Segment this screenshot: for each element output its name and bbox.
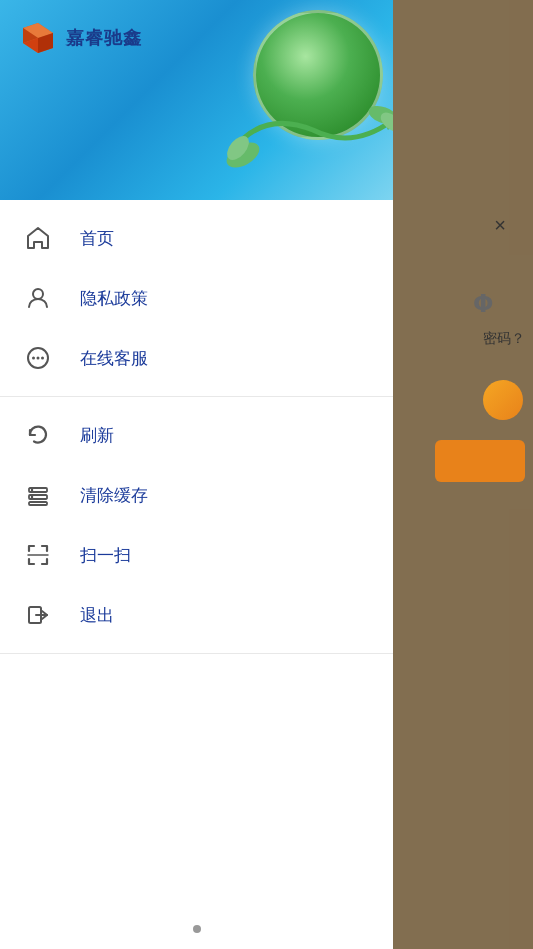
svg-point-11: [32, 357, 35, 360]
bottom-indicator: [0, 909, 393, 949]
menu-item-refresh[interactable]: 刷新: [0, 405, 393, 465]
svg-point-12: [37, 357, 40, 360]
drawer-header: 嘉睿驰鑫: [0, 0, 393, 200]
password-hint: 密码？: [483, 330, 525, 348]
eye-icon: 𝝫: [473, 290, 493, 318]
scan-icon: [24, 541, 52, 569]
refresh-icon: [24, 421, 52, 449]
globe-decoration: [223, 0, 393, 170]
chat-icon: [24, 344, 52, 372]
menu-item-home[interactable]: 首页: [0, 208, 393, 268]
drawer-menu: 首页 隐私政策: [0, 200, 393, 909]
menu-label-service: 在线客服: [80, 347, 148, 370]
logout-icon: [24, 601, 52, 629]
user-icon: [24, 284, 52, 312]
right-panel: × 𝝫 密码？: [393, 0, 533, 949]
cache-icon: [24, 481, 52, 509]
orange-circle-decoration: [483, 380, 523, 420]
home-icon: [24, 224, 52, 252]
svg-point-9: [33, 289, 43, 299]
svg-rect-16: [29, 502, 47, 505]
close-button[interactable]: ×: [485, 210, 515, 240]
page-dot: [193, 925, 201, 933]
menu-label-refresh: 刷新: [80, 424, 114, 447]
menu-item-scan[interactable]: 扫一扫: [0, 525, 393, 585]
menu-item-clear-cache[interactable]: 清除缓存: [0, 465, 393, 525]
menu-label-logout: 退出: [80, 604, 114, 627]
orange-button[interactable]: [435, 440, 525, 482]
menu-label-home: 首页: [80, 227, 114, 250]
menu-section-1: 首页 隐私政策: [0, 200, 393, 397]
menu-item-logout[interactable]: 退出: [0, 585, 393, 645]
app-logo-icon: [18, 18, 58, 58]
menu-item-service[interactable]: 在线客服: [0, 328, 393, 388]
svg-point-13: [41, 357, 44, 360]
menu-label-scan: 扫一扫: [80, 544, 131, 567]
header-logo: 嘉睿驰鑫: [18, 18, 142, 58]
arrow-decoration: [223, 100, 393, 170]
menu-section-2: 刷新 清除缓存: [0, 397, 393, 654]
brand-name: 嘉睿驰鑫: [66, 26, 142, 50]
menu-label-clear-cache: 清除缓存: [80, 484, 148, 507]
side-drawer: 嘉睿驰鑫: [0, 0, 393, 949]
menu-item-privacy[interactable]: 隐私政策: [0, 268, 393, 328]
menu-label-privacy: 隐私政策: [80, 287, 148, 310]
